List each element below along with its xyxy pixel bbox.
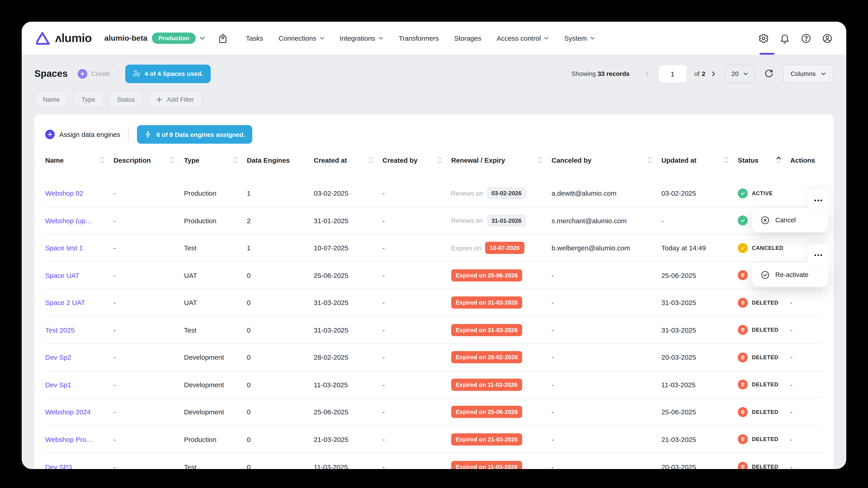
prev-page-icon[interactable] (645, 71, 651, 76)
column-header-description[interactable]: Description (114, 156, 184, 164)
column-header-updated-at[interactable]: Updated at (661, 156, 738, 164)
page-size-select[interactable]: 20 (725, 64, 755, 83)
next-page-icon[interactable] (712, 71, 717, 76)
page-number-input[interactable]: 1 (658, 64, 687, 83)
cell-data-engines: 0 (247, 354, 314, 361)
sort-icon[interactable] (724, 156, 729, 164)
page-title: Spaces (34, 68, 68, 79)
cell-created-at: 28-02-2025 (314, 354, 382, 361)
page-total: of2 (694, 70, 705, 77)
cell-type: Production (184, 190, 247, 197)
cell-canceled-by: s.merchant@alumio.com (552, 217, 661, 225)
cell-type: Test (184, 463, 247, 469)
reactivate-menu-item[interactable]: Re-activate (752, 263, 828, 287)
chevron-down-icon (590, 36, 595, 41)
alumio-logo[interactable]: ʌlumio (35, 31, 92, 45)
cell-status: DELETED (738, 352, 790, 362)
cell-data-engines: 0 (247, 408, 314, 416)
space-name-link[interactable]: Space UAT (45, 271, 79, 279)
nav-item-storages[interactable]: Storages (454, 34, 481, 42)
cell-renewal: Expires on10-07-2026 (451, 242, 552, 254)
space-name-link[interactable]: Dev Sp2 (45, 354, 71, 361)
cell-canceled-by: - (552, 354, 661, 361)
cell-created-at: 11-03-2025 (314, 463, 382, 469)
column-header-name[interactable]: Name (45, 156, 114, 164)
cell-canceled-by: - (552, 271, 661, 279)
sort-icon-active[interactable] (776, 156, 781, 164)
column-header-renewal-expiry[interactable]: Renewal / Expiry (451, 156, 552, 164)
spaces-used-badge[interactable]: 4 of 4 Spaces used. (125, 64, 211, 83)
space-name-link[interactable]: Test 2025 (45, 326, 74, 334)
row-actions-menu-button[interactable]: ••• (808, 189, 830, 211)
column-header-data-engines[interactable]: Data Engines (247, 156, 314, 164)
cell-type: Development (184, 354, 247, 361)
notifications-bell-icon[interactable] (779, 33, 790, 43)
space-name-link[interactable]: Space 2 UAT (45, 299, 85, 306)
cell-description: - (114, 463, 184, 469)
column-header-created-by[interactable]: Created by (382, 156, 451, 164)
space-name-link[interactable]: Dev SP3 (45, 463, 72, 469)
sort-icon[interactable] (647, 156, 652, 164)
chevron-down-icon[interactable] (199, 35, 205, 41)
nav-item-access-control[interactable]: Access control (497, 34, 549, 42)
plus-icon (45, 130, 55, 139)
user-profile-icon[interactable] (822, 33, 833, 43)
nav-item-system[interactable]: System (564, 34, 595, 42)
top-bar: ʌlumio alumio-beta Production TasksConne… (22, 22, 846, 55)
ellipsis-icon: ••• (814, 197, 823, 203)
column-header-type[interactable]: Type (184, 156, 247, 164)
cell-actions: - (790, 408, 823, 416)
cell-description: - (114, 217, 184, 225)
cell-description: - (114, 190, 184, 197)
cell-canceled-by: a.dewitt@alumio.com (552, 190, 661, 197)
sort-icon[interactable] (170, 156, 175, 164)
column-header-canceled-by[interactable]: Canceled by (552, 156, 661, 164)
sort-icon[interactable] (537, 156, 542, 164)
chevron-down-icon (378, 36, 383, 41)
space-name-link[interactable]: Webshop 2024 (45, 408, 91, 416)
nav-item-integrations[interactable]: Integrations (340, 34, 383, 42)
column-header-status[interactable]: Status (738, 156, 790, 164)
space-name-link[interactable]: Webshop (up… (45, 217, 92, 225)
cell-renewal: Expired on 11-03-2026 (451, 461, 552, 469)
nav-item-tasks[interactable]: Tasks (246, 34, 264, 42)
filter-chip-type[interactable]: Type (73, 91, 104, 108)
cell-name: Webshop 02 (45, 190, 114, 197)
cancel-menu-item[interactable]: Cancel (752, 208, 828, 232)
filter-chip-name[interactable]: Name (34, 91, 68, 108)
filter-chip-status[interactable]: Status (108, 91, 143, 108)
sort-icon[interactable] (233, 156, 238, 164)
nav-item-connections[interactable]: Connections (278, 34, 324, 42)
status-label: DELETED (752, 300, 778, 306)
home-icon[interactable] (217, 32, 229, 44)
space-name-link[interactable]: Webshop Pro… (45, 435, 93, 443)
sort-icon[interactable] (437, 156, 442, 164)
filter-bar: NameTypeStatusAdd Filter (34, 91, 834, 108)
row-actions-menu-button[interactable]: ••• (808, 244, 830, 266)
add-filter-button[interactable]: Add Filter (148, 91, 203, 108)
nav-item-transformers[interactable]: Transformers (399, 34, 439, 42)
refresh-icon[interactable] (764, 69, 774, 78)
sort-icon[interactable] (99, 156, 104, 164)
space-name-link[interactable]: Space test 1 (45, 244, 83, 252)
assign-data-engines-button[interactable]: Assign data engines (45, 130, 120, 139)
cell-status: ACTIVE (738, 188, 790, 198)
create-space-button[interactable]: Create (78, 69, 110, 78)
engines-assigned-badge[interactable]: 6 of 8 Data engines assigned. (137, 125, 252, 144)
cell-renewal: Expired on 25-06-2026 (451, 269, 552, 282)
table-row: Space UAT - UAT 0 25-06-2025 - Expired o… (45, 262, 823, 289)
sort-icon[interactable] (368, 156, 373, 164)
cell-status: DELETED (738, 434, 790, 445)
space-name-link[interactable]: Webshop 02 (45, 190, 83, 197)
cell-status: DELETED (738, 380, 790, 390)
column-header-actions[interactable]: Actions (790, 156, 823, 164)
cell-name: Space test 1 (45, 244, 114, 252)
settings-gear-icon[interactable] (758, 33, 769, 43)
space-name-link[interactable]: Dev Sp1 (45, 381, 71, 389)
column-header-created-at[interactable]: Created at (314, 156, 382, 164)
cell-actions: - (790, 381, 823, 389)
columns-button[interactable]: Columns (783, 64, 834, 83)
cell-name: Space 2 UAT (45, 299, 114, 306)
help-icon[interactable] (801, 33, 811, 43)
cell-description: - (114, 244, 184, 252)
